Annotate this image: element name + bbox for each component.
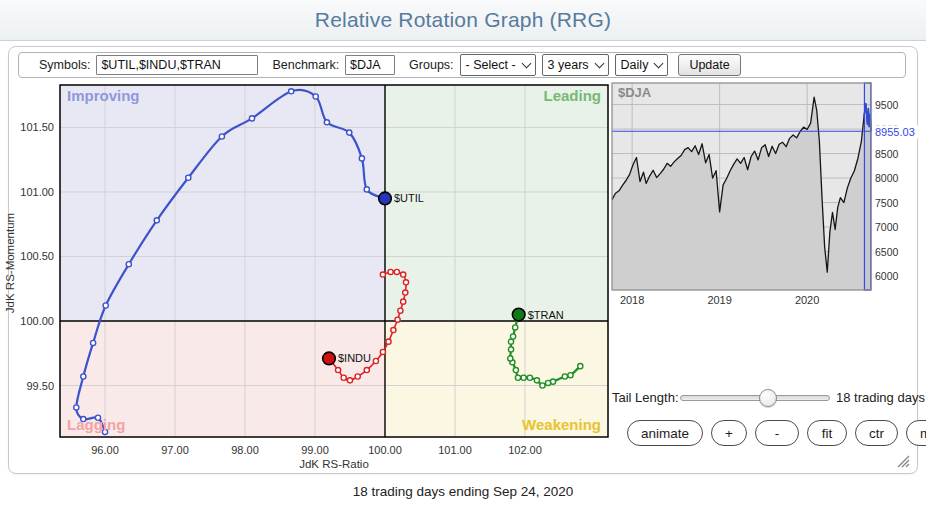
svg-text:Weakening: Weakening	[522, 416, 601, 433]
svg-text:9500: 9500	[875, 99, 899, 111]
resize-grip-icon[interactable]	[894, 452, 910, 468]
svg-text:JdK RS-Momentum: JdK RS-Momentum	[4, 213, 16, 313]
svg-text:99.50: 99.50	[26, 380, 54, 392]
svg-text:101.50: 101.50	[20, 121, 54, 133]
benchmark-chart[interactable]: 6000650070007500800085009000950020182019…	[610, 79, 922, 309]
max-button[interactable]: max	[906, 420, 926, 446]
benchmark-input[interactable]	[345, 55, 395, 75]
svg-text:2020: 2020	[795, 294, 819, 306]
groups-label: Groups:	[409, 58, 453, 72]
svg-text:$TRAN: $TRAN	[528, 309, 564, 321]
footer-caption: 18 trading days ending Sep 24, 2020	[0, 484, 926, 499]
svg-text:$UTIL: $UTIL	[394, 192, 424, 204]
benchmark-label: Benchmark:	[272, 58, 339, 72]
groups-select[interactable]: - Select -	[460, 54, 536, 76]
fit-button[interactable]: fit	[807, 420, 847, 446]
rrg-app: Relative Rotation Graph (RRG) Symbols: B…	[0, 0, 926, 511]
chevron-down-icon	[521, 59, 531, 69]
svg-text:97.00: 97.00	[161, 444, 189, 456]
symbols-input[interactable]	[96, 55, 258, 75]
svg-text:JdK RS-Ratio: JdK RS-Ratio	[299, 458, 369, 470]
svg-text:8955.03: 8955.03	[875, 126, 915, 138]
toolbar: Symbols: Benchmark: Groups: - Select - 3…	[18, 52, 906, 78]
period-select[interactable]: 3 years	[542, 54, 609, 76]
svg-text:Leading: Leading	[543, 87, 601, 104]
svg-text:100.50: 100.50	[20, 250, 54, 262]
svg-text:100.00: 100.00	[368, 444, 402, 456]
svg-text:Improving: Improving	[67, 87, 140, 104]
svg-text:98.00: 98.00	[231, 444, 259, 456]
frequency-select[interactable]: Daily	[615, 54, 669, 76]
svg-text:7000: 7000	[875, 221, 899, 233]
page-title: Relative Rotation Graph (RRG)	[0, 0, 926, 40]
period-select-value: 3 years	[548, 58, 589, 72]
animate-button[interactable]: animate	[627, 420, 703, 446]
svg-text:8500: 8500	[875, 148, 899, 160]
svg-text:99.00: 99.00	[301, 444, 329, 456]
ctr-button[interactable]: ctr	[855, 420, 898, 446]
rrg-chart[interactable]: $UTIL$INDU$TRANImprovingLeadingLaggingWe…	[2, 83, 618, 473]
zoom-in-button[interactable]: +	[711, 420, 747, 446]
svg-text:101.00: 101.00	[20, 186, 54, 198]
update-button[interactable]: Update	[678, 54, 740, 76]
chevron-down-icon	[654, 59, 664, 69]
svg-text:7500: 7500	[875, 197, 899, 209]
svg-text:8000: 8000	[875, 172, 899, 184]
svg-text:2019: 2019	[707, 294, 731, 306]
tail-length-label: Tail Length:	[612, 390, 679, 405]
app-header: Relative Rotation Graph (RRG)	[0, 0, 926, 41]
svg-text:6500: 6500	[875, 246, 899, 258]
svg-text:100.00: 100.00	[20, 315, 54, 327]
tail-length-slider-thumb[interactable]	[759, 389, 777, 407]
groups-select-value: - Select -	[466, 58, 516, 72]
svg-text:102.00: 102.00	[508, 444, 542, 456]
chevron-down-icon	[594, 59, 604, 69]
tail-length-value: 18 trading days	[836, 390, 925, 405]
action-buttons: animate + - fit ctr max	[627, 420, 926, 446]
frequency-select-value: Daily	[621, 58, 649, 72]
svg-text:101.00: 101.00	[438, 444, 472, 456]
symbols-label: Symbols:	[39, 58, 90, 72]
zoom-out-button[interactable]: -	[755, 420, 799, 446]
svg-text:2018: 2018	[620, 294, 644, 306]
svg-text:6000: 6000	[875, 270, 899, 282]
svg-text:$DJA: $DJA	[618, 85, 652, 100]
svg-text:$INDU: $INDU	[338, 352, 371, 364]
tail-length-slider[interactable]	[680, 395, 830, 401]
svg-text:Lagging: Lagging	[67, 416, 125, 433]
svg-text:96.00: 96.00	[91, 444, 119, 456]
